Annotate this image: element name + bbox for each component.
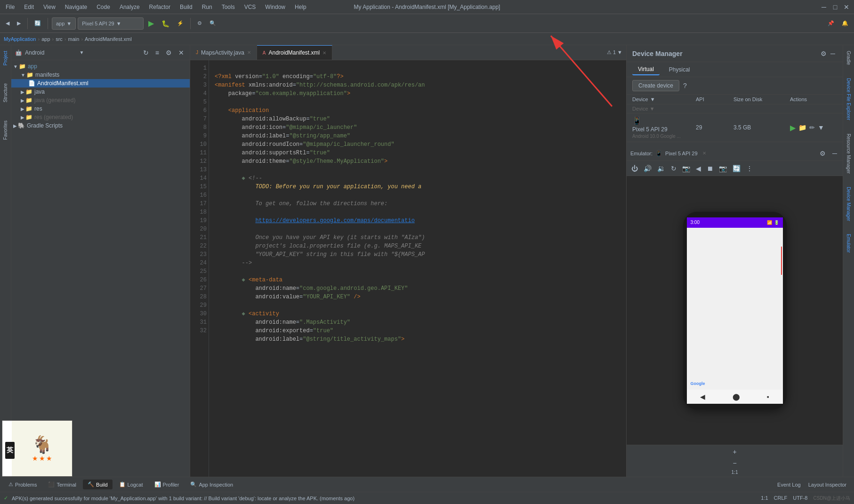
- menu-help[interactable]: Help: [293, 3, 308, 11]
- menu-tools[interactable]: Tools: [220, 3, 237, 11]
- panel-tab-gradle[interactable]: Gradle: [845, 47, 853, 69]
- menu-view[interactable]: View: [41, 3, 57, 11]
- toolbar-nav-fwd[interactable]: ▶: [14, 19, 24, 28]
- panel-tab-device-manager[interactable]: Device Manager: [845, 183, 853, 225]
- menu-code[interactable]: Code: [95, 3, 112, 11]
- toolbar-sync[interactable]: 🔄: [32, 19, 44, 28]
- bottom-tab-terminal[interactable]: ⬛ Terminal: [43, 480, 81, 489]
- code-editor[interactable]: 12345 678910 1112131415 1617181920 21222…: [190, 60, 626, 477]
- bottom-tab-profiler[interactable]: 📊 Profiler: [150, 480, 184, 489]
- status-crlf[interactable]: CRLF: [774, 495, 788, 502]
- device-manager-close-btn[interactable]: ─: [829, 49, 837, 58]
- create-device-btn[interactable]: Create device: [632, 80, 679, 91]
- menu-analyze[interactable]: Analyze: [118, 3, 142, 11]
- breadcrumb-item-3[interactable]: main: [68, 36, 80, 42]
- emu-more-btn[interactable]: ⋮: [745, 164, 754, 173]
- nav-home-btn[interactable]: ⬤: [733, 393, 740, 400]
- panel-tab-device-file-explorer[interactable]: Device File Explorer: [845, 74, 853, 124]
- panel-tab-resource-manager[interactable]: Resource Manager: [845, 130, 853, 177]
- sidebar-collapse-btn[interactable]: ≡: [153, 48, 161, 57]
- device-launch-btn[interactable]: ▶: [790, 123, 796, 132]
- nav-back-btn[interactable]: ◀: [700, 393, 705, 400]
- menu-file[interactable]: File: [4, 3, 16, 11]
- sidebar-settings-btn[interactable]: ⚙: [164, 48, 174, 57]
- debug-button[interactable]: 🐛: [159, 18, 172, 29]
- bottom-tab-problems[interactable]: ⚠ Problems: [4, 480, 41, 489]
- bottom-tab-app-inspection[interactable]: 🔍 App Inspection: [185, 480, 238, 489]
- nav-recent-btn[interactable]: ▪: [767, 393, 769, 400]
- maximize-button[interactable]: □: [831, 3, 839, 11]
- menu-refactor[interactable]: Refactor: [147, 3, 172, 11]
- device-manager-settings-btn[interactable]: ⚙: [819, 49, 829, 58]
- breadcrumb-item-0[interactable]: MyApplication: [4, 36, 36, 42]
- dm-help-btn[interactable]: ?: [683, 82, 687, 89]
- toolbar-extra-1[interactable]: 📌: [825, 19, 837, 28]
- emulator-minimize-btn[interactable]: ─: [830, 149, 839, 158]
- tree-item-app[interactable]: ▼ 📁 app: [11, 62, 190, 71]
- menu-vcs[interactable]: VCS: [242, 3, 258, 11]
- dm-tab-virtual[interactable]: Virtual: [632, 64, 660, 75]
- emu-vol-up-btn[interactable]: 🔊: [643, 164, 653, 173]
- menu-edit[interactable]: Edit: [22, 3, 36, 11]
- emu-reset-btn[interactable]: 🔄: [732, 164, 741, 173]
- menu-run[interactable]: Run: [200, 3, 214, 11]
- toolbar-search[interactable]: 🔍: [207, 19, 219, 28]
- tree-item-java[interactable]: ▶ 📁 java: [11, 88, 190, 96]
- emu-vol-dn-btn[interactable]: 🔉: [656, 164, 666, 173]
- window-controls[interactable]: ─ □ ✕: [820, 3, 850, 11]
- emu-camera-btn[interactable]: 📷: [718, 164, 728, 173]
- breadcrumb-item-1[interactable]: app: [41, 36, 50, 42]
- breadcrumb-item-2[interactable]: src: [56, 36, 63, 42]
- device-edit-btn[interactable]: ✏: [809, 124, 815, 131]
- panel-tab-project[interactable]: Project: [1, 47, 9, 69]
- tree-item-res-generated[interactable]: ▶ 📁 res (generated): [11, 113, 190, 121]
- device-folder-btn[interactable]: 📁: [798, 124, 806, 131]
- menu-window[interactable]: Window: [263, 3, 287, 11]
- tree-item-java-generated[interactable]: ▶ 📁 java (generated): [11, 96, 190, 104]
- dm-tab-physical[interactable]: Physical: [663, 64, 696, 75]
- run-button[interactable]: ▶: [145, 17, 157, 29]
- device-more-btn[interactable]: ▼: [818, 124, 824, 131]
- event-log-link[interactable]: Event Log: [777, 482, 801, 488]
- status-position[interactable]: 1:1: [761, 495, 768, 502]
- emulator-settings-btn[interactable]: ⚙: [818, 149, 828, 158]
- tree-item-gradle[interactable]: ▶ 🐘 Gradle Scripts: [11, 121, 190, 130]
- zoom-out-btn[interactable]: −: [731, 458, 738, 468]
- sidebar-close-btn[interactable]: ✕: [177, 48, 186, 57]
- tab-maps-activity[interactable]: J MapsActivity.java ✕: [190, 45, 257, 60]
- emu-power-btn[interactable]: ⏻: [630, 164, 639, 173]
- tab-close-icon[interactable]: ✕: [247, 50, 251, 55]
- tree-item-manifests[interactable]: ▼ 📁 manifests: [11, 71, 190, 79]
- menu-bar[interactable]: File Edit View Navigate Code Analyze Ref…: [4, 3, 308, 11]
- emu-rotate-btn[interactable]: ↻: [670, 164, 677, 173]
- emu-snapshot-btn[interactable]: 📷: [681, 164, 691, 173]
- bottom-tab-logcat[interactable]: 📋 Logcat: [114, 480, 148, 489]
- tab-close-active-icon[interactable]: ✕: [322, 50, 326, 56]
- status-utf8[interactable]: UTF-8: [793, 495, 807, 502]
- menu-build[interactable]: Build: [178, 3, 194, 11]
- tree-item-manifest-xml[interactable]: 📄 AndroidManifest.xml: [11, 79, 190, 88]
- tab-android-manifest[interactable]: A AndroidManifest.xml ✕: [257, 45, 332, 60]
- close-button[interactable]: ✕: [843, 3, 850, 11]
- code-content[interactable]: <?xml version="1.0" encoding="utf-8"?> <…: [209, 60, 626, 477]
- device-dropdown[interactable]: Pixel 5 API 29 ▼: [78, 17, 144, 30]
- minimize-button[interactable]: ─: [820, 3, 828, 11]
- toolbar-extra-2[interactable]: 🔔: [839, 19, 851, 28]
- emu-stop-btn[interactable]: ⏹: [706, 164, 714, 173]
- toolbar-settings[interactable]: ⚙: [194, 19, 205, 28]
- breadcrumb-item-4[interactable]: AndroidManifest.xml: [85, 36, 132, 42]
- layout-inspector-link[interactable]: Layout Inspector: [808, 482, 846, 488]
- tree-item-res[interactable]: ▶ 📁 res: [11, 104, 190, 113]
- panel-tab-favorites[interactable]: Favorites: [1, 117, 9, 144]
- sidebar-refresh-btn[interactable]: ↻: [141, 48, 151, 57]
- profile-button[interactable]: ⚡: [174, 19, 186, 28]
- zoom-in-btn[interactable]: +: [731, 447, 738, 456]
- emu-back-btn[interactable]: ◀: [695, 164, 702, 173]
- right-panel: Device Manager ⚙ ─ Virtual Physical Crea…: [626, 45, 843, 477]
- app-dropdown[interactable]: app ▼: [52, 17, 76, 30]
- panel-tab-emulator[interactable]: Emulator: [845, 230, 853, 256]
- panel-tab-structure[interactable]: Structure: [1, 80, 9, 106]
- bottom-tab-build[interactable]: 🔨 Build: [83, 480, 112, 489]
- menu-navigate[interactable]: Navigate: [63, 3, 89, 11]
- toolbar-nav-back[interactable]: ◀: [3, 19, 12, 28]
